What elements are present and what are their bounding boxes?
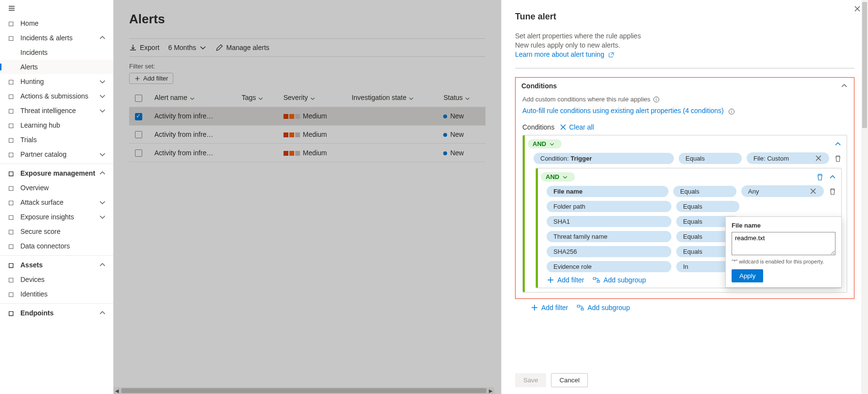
nav-item[interactable]: ◻Assets: [0, 258, 113, 272]
info-icon[interactable]: i: [653, 97, 659, 102]
apply-button[interactable]: Apply: [732, 269, 763, 282]
chevron-down-icon: [99, 150, 106, 158]
table-row[interactable]: Activity from infre…MediumNew: [129, 125, 485, 144]
condition-value-pill[interactable]: File: Custom: [747, 152, 829, 164]
close-icon[interactable]: [815, 154, 822, 162]
delete-condition-button[interactable]: [834, 154, 842, 163]
condition-field-pill[interactable]: File name: [547, 186, 668, 197]
filename-popover: File name "*" wildcard is enabled for th…: [725, 216, 842, 288]
condition-op-pill[interactable]: Equals: [676, 201, 739, 212]
autofill-link[interactable]: Auto-fill rule conditions using existing…: [522, 107, 724, 115]
collapse-group-button[interactable]: [829, 173, 836, 181]
condition-field-pill[interactable]: Folder path: [547, 201, 671, 212]
nav-item[interactable]: ◻Attack surface: [0, 195, 113, 210]
nav-label: Actions & submissions: [20, 92, 99, 100]
range-dropdown[interactable]: 6 Months: [168, 44, 207, 51]
add-filter-button[interactable]: Add filter: [547, 276, 584, 284]
col-tags[interactable]: Tags: [236, 89, 278, 107]
filter-set-label: Filter set:: [129, 63, 485, 70]
popover-hint: "*" wildcard is enabled for this propert…: [732, 259, 835, 264]
nav-item[interactable]: ◻Secure score: [0, 224, 113, 239]
row-checkbox[interactable]: [135, 149, 142, 157]
nav-item[interactable]: ◻Incidents & alerts: [0, 31, 113, 45]
col-investigation[interactable]: Investigation state: [346, 89, 437, 107]
learn-more-link[interactable]: Learn more about alert tuning: [515, 50, 614, 58]
condition-field-pill[interactable]: SHA256: [547, 246, 671, 257]
nav-item[interactable]: ◻Identities: [0, 287, 113, 301]
clear-all-button[interactable]: Clear all: [559, 123, 594, 131]
close-icon: [559, 123, 567, 131]
collapse-group-button[interactable]: [834, 140, 842, 148]
chevron-up-icon: [99, 169, 106, 177]
nav-item[interactable]: ◻Overview: [0, 181, 113, 195]
condition-op-pill[interactable]: Equals: [679, 153, 742, 164]
nav-item[interactable]: ◻Data connectors: [0, 239, 113, 253]
overlay-dim: [114, 0, 501, 394]
col-severity[interactable]: Severity: [278, 89, 346, 107]
popover-label: File name: [732, 222, 835, 229]
col-status[interactable]: Status: [437, 89, 485, 107]
condition-field-pill[interactable]: Evidence role: [547, 261, 671, 272]
export-button[interactable]: Export: [129, 44, 159, 51]
add-filter-chip[interactable]: Add filter: [129, 73, 173, 84]
chevron-down-icon: [562, 174, 568, 180]
condition-row: Condition: Trigger Equals File: Custom: [528, 152, 842, 164]
nav-item[interactable]: ◻Hunting: [0, 74, 113, 89]
nav-item[interactable]: ◻Trials: [0, 132, 113, 147]
nav-item[interactable]: Alerts: [0, 60, 113, 74]
vertical-scrollbar[interactable]: [861, 0, 868, 394]
save-button[interactable]: Save: [515, 373, 546, 387]
row-checkbox[interactable]: [135, 131, 142, 138]
nav-item[interactable]: ◻Exposure management: [0, 166, 113, 181]
close-icon[interactable]: [809, 187, 817, 195]
target-icon: ◻: [7, 78, 16, 85]
and-operator-chip[interactable]: AND: [528, 139, 562, 148]
trash-icon: [834, 155, 842, 163]
condition-op-pill[interactable]: Equals: [673, 186, 736, 197]
conditions-label: Conditions: [522, 123, 554, 131]
nav-item[interactable]: ◻Partner catalog: [0, 147, 113, 162]
nav-label: Data connectors: [20, 242, 106, 250]
nav-label: Learning hub: [20, 121, 106, 129]
nav-item[interactable]: ◻Actions & submissions: [0, 89, 113, 103]
collapse-conditions-button[interactable]: [840, 82, 848, 90]
close-panel-button[interactable]: [853, 4, 861, 13]
nav-label: Home: [20, 19, 106, 27]
row-checkbox[interactable]: [135, 113, 142, 120]
nav-item[interactable]: Incidents: [0, 45, 113, 60]
info-icon[interactable]: i: [729, 109, 734, 115]
horizontal-scrollbar[interactable]: ◀▶: [114, 387, 494, 394]
condition-field-pill[interactable]: SHA1: [547, 216, 671, 227]
nav-label: Hunting: [20, 78, 99, 85]
trash-icon: [829, 188, 836, 196]
download-icon: [129, 44, 137, 51]
delete-group-button[interactable]: [816, 173, 824, 181]
hamburger-button[interactable]: [0, 0, 113, 16]
add-subgroup-button[interactable]: Add subgroup: [577, 304, 630, 312]
delete-condition-button[interactable]: [829, 187, 836, 196]
nav-label: Partner catalog: [20, 150, 99, 158]
sidebar: ◻Home◻Incidents & alertsIncidentsAlerts◻…: [0, 0, 114, 394]
nav-item[interactable]: ◻Threat intelligence: [0, 103, 113, 118]
condition-field-pill[interactable]: Threat family name: [547, 231, 671, 242]
condition-field-pill[interactable]: Condition: Trigger: [534, 153, 674, 164]
grid-icon: ◻: [7, 184, 16, 192]
nav-item[interactable]: ◻Exposure insights: [0, 210, 113, 224]
cancel-button[interactable]: Cancel: [551, 373, 588, 387]
nav-item[interactable]: ◻Learning hub: [0, 118, 113, 132]
col-alert-name[interactable]: Alert name: [149, 89, 236, 107]
add-subgroup-button[interactable]: Add subgroup: [593, 276, 646, 284]
select-all-checkbox[interactable]: [135, 95, 142, 102]
nav-item[interactable]: ◻Home: [0, 16, 113, 31]
manage-alerts-button[interactable]: Manage alerts: [216, 44, 269, 51]
filename-input[interactable]: [732, 232, 835, 255]
nav-item[interactable]: ◻Endpoints: [0, 306, 113, 320]
table-row[interactable]: Activity from infre…MediumNew: [129, 144, 485, 162]
add-filter-button[interactable]: Add filter: [531, 304, 568, 312]
nav-item[interactable]: ◻Devices: [0, 272, 113, 287]
group-icon: ◻: [7, 121, 16, 129]
table-row[interactable]: Activity from infre…MediumNew: [129, 107, 485, 125]
and-operator-chip[interactable]: AND: [541, 172, 575, 181]
cell-status: New: [437, 125, 485, 144]
condition-value-pill[interactable]: Any: [741, 185, 824, 197]
